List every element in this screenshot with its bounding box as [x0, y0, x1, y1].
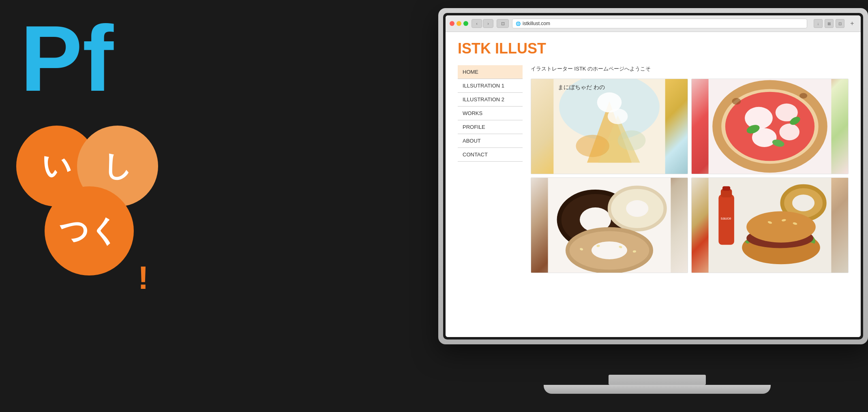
illustration-3[interactable] — [531, 177, 688, 273]
website-content: ISTK ILLUST HOME ILLSUTRATION 1 ILLUSTRA… — [446, 32, 861, 337]
download-icon[interactable]: ↓ — [814, 19, 823, 28]
address-bar[interactable]: 🌐 istkillust.com — [512, 19, 807, 28]
nav-works[interactable]: WORKS — [458, 107, 523, 120]
circle-left-text: い — [42, 147, 72, 186]
left-logo-area: Pf い し つく ! — [0, 0, 182, 412]
share-icon[interactable]: ⊡ — [836, 19, 844, 28]
laptop-mockup: ‹ › ⊡ 🌐 istkillust.com ↓ ⊠ ⊡ + — [438, 8, 868, 405]
browser-window: ‹ › ⊡ 🌐 istkillust.com ↓ ⊠ ⊡ + — [446, 15, 861, 337]
nav-contact[interactable]: CONTACT — [458, 148, 523, 162]
traffic-lights — [450, 21, 468, 26]
add-tab-button[interactable]: + — [848, 19, 857, 28]
laptop-stand — [609, 375, 706, 385]
close-button[interactable] — [450, 21, 454, 26]
svg-point-6 — [576, 135, 609, 157]
illustration-4[interactable]: sauce — [691, 177, 849, 273]
circles-container: い し つく ! — [12, 126, 174, 280]
nav-illustration2[interactable]: ILLUSTRATION 2 — [458, 93, 523, 107]
svg-point-13 — [745, 107, 773, 129]
site-title: ISTK ILLUST — [458, 40, 849, 57]
svg-text:sauce: sauce — [721, 216, 731, 220]
pf-logo: Pf — [20, 12, 114, 105]
svg-point-46 — [746, 211, 816, 243]
browser-chrome: ‹ › ⊡ 🌐 istkillust.com ↓ ⊠ ⊡ + — [446, 15, 861, 32]
circle-bottom: つく — [45, 186, 134, 275]
svg-point-7 — [618, 130, 646, 151]
svg-point-27 — [626, 200, 648, 217]
site-navigation: HOME ILLSUTRATION 1 ILLUSTRATION 2 WORKS… — [458, 65, 523, 333]
site-main-content: イラストレーター ISTK のホームページへようこそ — [531, 65, 849, 333]
exclamation-mark: ! — [138, 259, 149, 297]
welcome-text: イラストレーター ISTK のホームページへようこそ — [531, 65, 849, 73]
minimize-button[interactable] — [457, 21, 461, 26]
svg-point-20 — [732, 98, 741, 105]
image-grid: まにぼちゃだ わの — [531, 79, 849, 273]
nav-illustration1[interactable]: ILLSUTRATION 1 — [458, 79, 523, 93]
illustration-1[interactable]: まにぼちゃだ わの — [531, 79, 688, 174]
svg-point-42 — [792, 194, 814, 211]
laptop-base — [544, 385, 771, 394]
screen-bezel: ‹ › ⊡ 🌐 istkillust.com ↓ ⊠ ⊡ + — [443, 13, 863, 339]
svg-point-5 — [608, 109, 628, 124]
nav-about[interactable]: ABOUT — [458, 134, 523, 148]
laptop-body: ‹ › ⊡ 🌐 istkillust.com ↓ ⊠ ⊡ + — [438, 8, 868, 344]
back-button[interactable]: ‹ — [472, 19, 482, 28]
svg-rect-39 — [722, 186, 730, 191]
svg-point-30 — [592, 241, 627, 259]
url-text: istkillust.com — [523, 21, 550, 26]
circle-right-text: し — [103, 147, 133, 186]
lock-icon: 🌐 — [516, 21, 521, 26]
svg-point-21 — [799, 93, 807, 98]
svg-text:まにぼちゃだ わの: まにぼちゃだ わの — [558, 84, 605, 90]
nav-buttons: ‹ › — [472, 19, 493, 28]
svg-point-16 — [779, 124, 799, 140]
illustration-2[interactable] — [691, 79, 849, 174]
maximize-button[interactable] — [463, 21, 468, 26]
toolbar-icons: ↓ ⊠ ⊡ — [814, 19, 844, 28]
circle-bottom-text: つく — [59, 211, 119, 250]
view-button[interactable]: ⊡ — [497, 19, 509, 28]
site-body: HOME ILLSUTRATION 1 ILLUSTRATION 2 WORKS… — [458, 65, 849, 333]
nav-home[interactable]: HOME — [458, 65, 523, 79]
nav-profile[interactable]: PROFILE — [458, 120, 523, 134]
bookmark-icon[interactable]: ⊠ — [825, 19, 834, 28]
forward-button[interactable]: › — [483, 19, 493, 28]
